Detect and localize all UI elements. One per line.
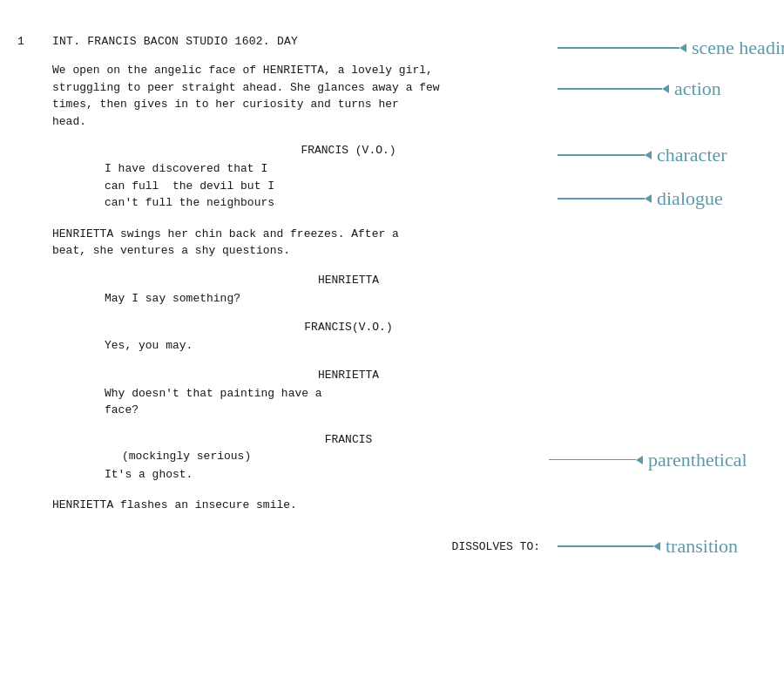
character-2-text: HENRIETTA	[139, 274, 558, 287]
action-1-block: We open on the angelic face of HENRIETTA…	[52, 62, 558, 130]
parenthetical-1-text: (mockingly serious)	[122, 450, 488, 463]
scene-heading-block: INT. FRANCIS BACON STUDIO 1602. DAY scen…	[52, 35, 558, 48]
action-1-text: We open on the angelic face of HENRIETTA…	[52, 62, 558, 130]
action-2-text: HENRIETTA swings her chin back and freez…	[52, 226, 558, 260]
parenthetical-annotation: parenthetical	[549, 449, 767, 471]
dialogue-2-text: May I say something?	[105, 290, 505, 308]
scene-heading-arrow	[558, 44, 692, 52]
script-content: 1 INT. FRANCIS BACON STUDIO 1602. DAY sc…	[0, 35, 784, 553]
character-arrowhead	[645, 151, 652, 159]
scene-heading-label: scene heading	[692, 37, 784, 59]
character-line	[558, 154, 645, 156]
char-dialogue-2-block: HENRIETTA May I say something?	[52, 274, 558, 308]
scene-heading-text: INT. FRANCIS BACON STUDIO 1602. DAY	[52, 35, 558, 48]
action-arrowhead	[662, 85, 669, 93]
dialogue-1-text: I have discovered that Ican full the dev…	[105, 160, 505, 212]
action-line	[558, 88, 662, 90]
dialogue-annotation: dialogue	[558, 187, 749, 210]
parenthetical-arrowhead	[636, 456, 643, 464]
character-3-text: FRANCIS(v.o.)	[139, 321, 558, 334]
char-dialogue-4-block: HENRIETTA Why doesn't that painting have…	[52, 369, 558, 419]
action-2-block: HENRIETTA swings her chin back and freez…	[52, 226, 558, 260]
action-label: action	[674, 78, 721, 100]
character-label: character	[657, 144, 727, 166]
parenthetical-arrow	[549, 456, 648, 464]
transition-label: transition	[666, 535, 738, 558]
screenplay-page: 1 INT. FRANCIS BACON STUDIO 1602. DAY sc…	[0, 0, 784, 588]
character-arrow	[558, 151, 657, 159]
transition-arrow	[558, 542, 666, 551]
dialogue-5-text: It's a ghost.	[105, 466, 505, 484]
dialogue-arrow	[558, 194, 657, 203]
scene-heading-arrowhead	[679, 44, 686, 52]
action-annotation: action	[558, 78, 758, 100]
character-5-text: FRANCIS	[139, 433, 558, 446]
action-arrow	[558, 85, 674, 93]
char-dialogue-5-block: FRANCIS (mockingly serious) It's a ghost…	[52, 433, 558, 484]
transition-line	[558, 545, 653, 547]
scene-heading-annotation: scene heading	[558, 37, 767, 59]
transition-annotation: transition	[558, 540, 758, 553]
dialogue-3-text: Yes, you may.	[105, 337, 505, 355]
scene-heading-line	[558, 47, 679, 49]
action-3-text: HENRIETTA flashes an insecure smile.	[52, 497, 558, 514]
dialogue-label: dialogue	[657, 187, 723, 210]
transition-block: DISSOLVES TO: transition	[52, 540, 558, 553]
char-dialogue-1-block: FRANCIS (v.o.) character I have discover…	[52, 144, 558, 212]
dialogue-arrowhead	[645, 194, 652, 203]
transition-arrowhead	[653, 542, 660, 551]
char-dialogue-3-block: FRANCIS(v.o.) Yes, you may.	[52, 321, 558, 355]
transition-text: DISSOLVES TO:	[52, 540, 558, 553]
dialogue-line	[558, 198, 645, 200]
action-3-block: HENRIETTA flashes an insecure smile.	[52, 497, 558, 514]
parenthetical-label: parenthetical	[648, 449, 747, 471]
parenthetical-line	[549, 459, 636, 461]
dialogue-4-text: Why doesn't that painting have aface?	[105, 385, 505, 419]
character-annotation: character	[558, 144, 758, 166]
character-4-text: HENRIETTA	[139, 369, 558, 382]
line-number: 1	[17, 35, 24, 48]
character-1-text: FRANCIS (v.o.)	[139, 144, 558, 157]
